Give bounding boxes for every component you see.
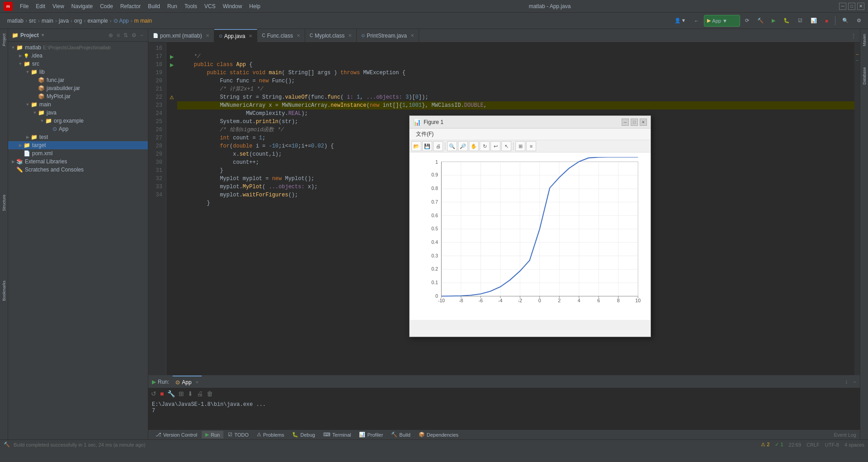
- close-icon[interactable]: ✕: [410, 33, 414, 38]
- grid-icon[interactable]: ⊞: [515, 141, 525, 151]
- close-icon[interactable]: ✕: [348, 33, 352, 38]
- save-icon[interactable]: 💾: [422, 141, 432, 151]
- breadcrumb-src[interactable]: src: [29, 18, 36, 24]
- zoom-in-icon[interactable]: 🔍: [447, 141, 457, 151]
- close-icon[interactable]: ✕: [206, 33, 209, 38]
- run-gutter-17[interactable]: ▶: [166, 52, 177, 61]
- figure-close-button[interactable]: ✕: [640, 119, 647, 126]
- close-icon[interactable]: ✕: [249, 33, 252, 38]
- breadcrumb-example[interactable]: example: [87, 18, 108, 24]
- settings-button[interactable]: ⚙: [854, 15, 864, 27]
- scroll-end-button[interactable]: ⬇: [187, 389, 194, 398]
- warnings-count[interactable]: ⚠ 2: [761, 442, 769, 448]
- tree-item-target[interactable]: ▶ 📁 target: [8, 141, 148, 149]
- maximize-button[interactable]: □: [848, 3, 855, 10]
- expand-arrow[interactable]: ▼: [32, 110, 38, 115]
- debug-button[interactable]: 🐛: [780, 15, 793, 27]
- breadcrumb-main[interactable]: main: [42, 18, 53, 24]
- project-rail-icon[interactable]: Project: [0, 31, 8, 49]
- sync-button[interactable]: ⟳: [742, 15, 752, 27]
- event-log-link[interactable]: Event Log: [834, 432, 856, 438]
- build-tab[interactable]: 🔨 Build: [387, 431, 414, 438]
- menu-window[interactable]: Window: [219, 2, 246, 11]
- version-control-tab[interactable]: ⎇ Version Control: [152, 431, 201, 438]
- tree-item-func-jar[interactable]: 📦 func.jar: [8, 76, 148, 84]
- line-ending[interactable]: CRLF: [807, 442, 820, 448]
- tree-item-scratches[interactable]: ✏️ Scratches and Consoles: [8, 166, 148, 174]
- legend-icon[interactable]: ≡: [526, 141, 536, 151]
- open-icon[interactable]: 📂: [411, 141, 421, 151]
- debug-tab[interactable]: 🐛 Debug: [288, 431, 318, 438]
- breadcrumb-app[interactable]: ⊙ App: [113, 18, 129, 24]
- tree-item-main[interactable]: ▼ 📁 main: [8, 100, 148, 109]
- indent-indicator[interactable]: 4 spaces: [844, 442, 864, 448]
- tree-item-javabuilder-jar[interactable]: 📦 javabuilder.jar: [8, 84, 148, 92]
- run-config-selector[interactable]: ▶ App ▼: [704, 15, 740, 27]
- terminal-tab[interactable]: ⌨ Terminal: [320, 431, 355, 438]
- tree-item-myplot-jar[interactable]: 📦 MyPlot.jar: [8, 92, 148, 100]
- collapse-all-icon[interactable]: ≡: [116, 31, 121, 39]
- minimize-button[interactable]: ─: [839, 3, 846, 10]
- menu-edit[interactable]: Edit: [32, 2, 49, 11]
- collapse-run-button[interactable]: ↕: [845, 379, 848, 385]
- print-icon[interactable]: 🖨: [433, 141, 443, 151]
- structure-label[interactable]: Structure: [0, 195, 8, 211]
- run-button[interactable]: ▶: [769, 15, 778, 27]
- tab-myplot-class[interactable]: C Myplot.class ✕: [305, 29, 357, 43]
- expand-arrow[interactable]: ▶: [24, 135, 31, 139]
- menu-vcs[interactable]: VCS: [201, 2, 219, 11]
- breadcrumb-matlab[interactable]: matlab: [7, 18, 24, 24]
- tree-item-org-example[interactable]: ▼ 📁 org.example: [8, 117, 148, 125]
- stop-run-button[interactable]: ■: [159, 389, 165, 398]
- bookmarks-label[interactable]: Bookmarks: [0, 281, 8, 301]
- trash-button[interactable]: 🗑: [206, 389, 214, 398]
- expand-arrow[interactable]: ▶: [10, 159, 16, 164]
- tree-item-matlab[interactable]: ▼ 📁 matlab E:\Projects\JavaProject\matla…: [8, 43, 148, 52]
- build-button[interactable]: 🔨: [754, 15, 767, 27]
- close-icon[interactable]: ✕: [297, 33, 300, 38]
- close-button[interactable]: ✕: [857, 3, 864, 10]
- sort-icon[interactable]: ⇅: [123, 31, 129, 39]
- charset[interactable]: UTF-8: [825, 442, 839, 448]
- position-indicator[interactable]: 22:69: [789, 442, 802, 448]
- expand-arrow[interactable]: ▼: [10, 45, 16, 50]
- database-rail-item[interactable]: Database: [861, 67, 868, 85]
- zoom-out-icon[interactable]: 🔎: [458, 141, 468, 151]
- figure-menu-file[interactable]: 文件(F): [413, 129, 436, 139]
- menu-view[interactable]: View: [49, 2, 68, 11]
- settings-icon[interactable]: ⚙: [131, 31, 137, 39]
- menu-run[interactable]: Run: [164, 2, 181, 11]
- vcs-button[interactable]: 👤▼: [671, 15, 689, 27]
- close-run-button[interactable]: −: [853, 379, 856, 385]
- menu-navigate[interactable]: Navigate: [68, 2, 96, 11]
- profiler-tab[interactable]: 📊 Profiler: [355, 431, 387, 438]
- rerun-button[interactable]: ↺: [150, 389, 157, 398]
- tree-item-external-libs[interactable]: ▶ 📚 External Libraries: [8, 157, 148, 166]
- coverage-button[interactable]: ☑: [795, 15, 806, 27]
- maven-rail-item[interactable]: Maven: [861, 31, 868, 49]
- run-gutter-18[interactable]: ▶: [166, 61, 177, 69]
- expand-arrow[interactable]: ▼: [39, 119, 45, 123]
- expand-arrow[interactable]: ▶: [17, 143, 24, 148]
- tree-item-java[interactable]: ▼ 📁 java: [8, 109, 148, 117]
- menu-tools[interactable]: Tools: [181, 2, 201, 11]
- warning-gutter-22[interactable]: ⚠: [166, 93, 177, 101]
- profile-button[interactable]: 📊: [807, 15, 820, 27]
- breadcrumb-java[interactable]: java: [59, 18, 69, 24]
- tabs-overflow-button[interactable]: ⋮: [847, 33, 860, 39]
- menu-help[interactable]: Help: [245, 2, 264, 11]
- dependencies-tab[interactable]: 📦 Dependencies: [415, 431, 462, 438]
- todo-tab[interactable]: ☑ TODO: [224, 431, 252, 438]
- cursor-icon[interactable]: ↖: [501, 141, 511, 151]
- undo-icon[interactable]: ↩: [491, 141, 500, 151]
- run-app-tab[interactable]: ⊙ App ✕: [173, 376, 201, 388]
- tree-item-pom-xml[interactable]: 📄 pom.xml: [8, 149, 148, 157]
- search-button[interactable]: 🔍: [839, 15, 852, 27]
- breadcrumb-main-method[interactable]: m main: [134, 18, 152, 24]
- expand-arrow[interactable]: ▼: [24, 70, 31, 74]
- breadcrumb-org[interactable]: org: [74, 18, 82, 24]
- hide-panel-icon[interactable]: −: [139, 31, 144, 39]
- tree-item-lib[interactable]: ▼ 📁 lib: [8, 68, 148, 76]
- figure-maximize-button[interactable]: □: [631, 119, 638, 126]
- pan-icon[interactable]: ✋: [469, 141, 479, 151]
